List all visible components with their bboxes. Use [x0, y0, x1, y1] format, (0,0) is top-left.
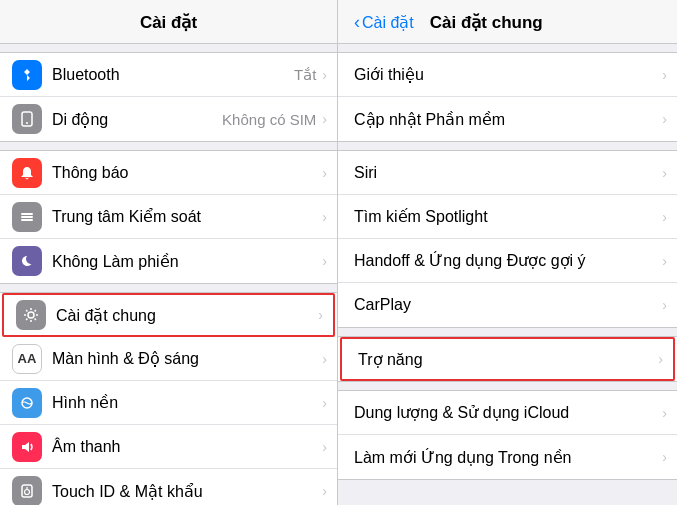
- sidebar-item-touch[interactable]: Touch ID & Mật khẩu ›: [0, 469, 337, 505]
- left-header: Cài đặt: [0, 0, 337, 44]
- sidebar-item-notification[interactable]: Thông báo ›: [0, 151, 337, 195]
- control-icon: [12, 202, 42, 232]
- right-item-background[interactable]: Làm mới Ứng dụng Trong nền ›: [338, 435, 677, 479]
- right-item-carplay[interactable]: CarPlay ›: [338, 283, 677, 327]
- wallpaper-label: Hình nền: [52, 393, 320, 412]
- bluetooth-chevron: ›: [322, 67, 327, 83]
- sound-chevron: ›: [322, 439, 327, 455]
- svg-rect-7: [22, 485, 32, 497]
- svg-point-8: [25, 490, 30, 495]
- notification-label: Thông báo: [52, 164, 320, 182]
- bluetooth-icon: [12, 60, 42, 90]
- svg-rect-4: [21, 219, 33, 221]
- sidebar-item-wallpaper[interactable]: Hình nền ›: [0, 381, 337, 425]
- svg-point-1: [26, 122, 28, 124]
- sidebar-item-general[interactable]: Cài đặt chung ›: [2, 293, 335, 337]
- right-header: ‹ Cài đặt Cài đặt chung: [338, 0, 677, 44]
- control-label: Trung tâm Kiểm soát: [52, 207, 320, 226]
- settings-group-2: Thông báo › Trung tâm Kiểm soát › Không …: [0, 150, 337, 284]
- carplay-label: CarPlay: [354, 296, 660, 314]
- software-label: Cập nhật Phần mềm: [354, 110, 660, 129]
- handoff-chevron: ›: [662, 253, 667, 269]
- spotlight-label: Tìm kiếm Spotlight: [354, 207, 660, 226]
- sound-label: Âm thanh: [52, 438, 320, 456]
- notification-icon: [12, 158, 42, 188]
- about-chevron: ›: [662, 67, 667, 83]
- general-icon: [16, 300, 46, 330]
- display-icon: AA: [12, 344, 42, 374]
- svg-rect-3: [21, 216, 33, 218]
- svg-point-5: [28, 312, 34, 318]
- sound-icon: [12, 432, 42, 462]
- right-item-about[interactable]: Giới thiệu ›: [338, 53, 677, 97]
- right-item-software[interactable]: Cập nhật Phần mềm ›: [338, 97, 677, 141]
- dnd-chevron: ›: [322, 253, 327, 269]
- touch-icon: [12, 476, 42, 505]
- left-panel: Cài đặt Bluetooth Tắt › Di động Không có…: [0, 0, 338, 505]
- dnd-icon: [12, 246, 42, 276]
- icloud-chevron: ›: [662, 405, 667, 421]
- back-label: Cài đặt: [362, 13, 414, 32]
- accessibility-label: Trợ năng: [358, 350, 656, 369]
- sidebar-item-mobile[interactable]: Di động Không có SIM ›: [0, 97, 337, 141]
- siri-label: Siri: [354, 164, 660, 182]
- general-chevron: ›: [318, 307, 323, 323]
- right-item-icloud[interactable]: Dung lượng & Sử dụng iCloud ›: [338, 391, 677, 435]
- sidebar-item-display[interactable]: AA Màn hình & Độ sáng ›: [0, 337, 337, 381]
- notification-chevron: ›: [322, 165, 327, 181]
- right-item-spotlight[interactable]: Tìm kiếm Spotlight ›: [338, 195, 677, 239]
- sidebar-item-sound[interactable]: Âm thanh ›: [0, 425, 337, 469]
- icloud-label: Dung lượng & Sử dụng iCloud: [354, 403, 660, 422]
- right-group-3: Trợ năng ›: [338, 336, 677, 382]
- bluetooth-label: Bluetooth: [52, 66, 294, 84]
- bluetooth-value: Tắt: [294, 66, 316, 84]
- back-chevron-icon: ‹: [354, 12, 360, 33]
- back-button[interactable]: ‹ Cài đặt: [354, 12, 414, 33]
- siri-chevron: ›: [662, 165, 667, 181]
- about-label: Giới thiệu: [354, 65, 660, 84]
- control-chevron: ›: [322, 209, 327, 225]
- wallpaper-chevron: ›: [322, 395, 327, 411]
- touch-label: Touch ID & Mật khẩu: [52, 482, 320, 501]
- right-item-accessibility[interactable]: Trợ năng ›: [340, 337, 675, 381]
- mobile-label: Di động: [52, 110, 222, 129]
- mobile-icon: [12, 104, 42, 134]
- right-panel-title: Cài đặt chung: [430, 12, 543, 33]
- spotlight-chevron: ›: [662, 209, 667, 225]
- accessibility-chevron: ›: [658, 351, 663, 367]
- mobile-value: Không có SIM: [222, 111, 316, 128]
- settings-group-3: Cài đặt chung › AA Màn hình & Độ sáng › …: [0, 292, 337, 505]
- sidebar-item-control[interactable]: Trung tâm Kiểm soát ›: [0, 195, 337, 239]
- svg-rect-2: [21, 213, 33, 215]
- sidebar-item-bluetooth[interactable]: Bluetooth Tắt ›: [0, 53, 337, 97]
- background-chevron: ›: [662, 449, 667, 465]
- mobile-chevron: ›: [322, 111, 327, 127]
- general-label: Cài đặt chung: [56, 306, 316, 325]
- right-group-2: Siri › Tìm kiếm Spotlight › Handoff & Ứn…: [338, 150, 677, 328]
- dnd-label: Không Làm phiền: [52, 252, 320, 271]
- sidebar-item-dnd[interactable]: Không Làm phiền ›: [0, 239, 337, 283]
- right-item-handoff[interactable]: Handoff & Ứng dụng Được gợi ý ›: [338, 239, 677, 283]
- right-panel: ‹ Cài đặt Cài đặt chung Giới thiệu › Cập…: [338, 0, 677, 505]
- handoff-label: Handoff & Ứng dụng Được gợi ý: [354, 251, 660, 270]
- software-chevron: ›: [662, 111, 667, 127]
- background-label: Làm mới Ứng dụng Trong nền: [354, 448, 660, 467]
- wallpaper-icon: [12, 388, 42, 418]
- carplay-chevron: ›: [662, 297, 667, 313]
- touch-chevron: ›: [322, 483, 327, 499]
- right-group-1: Giới thiệu › Cập nhật Phần mềm ›: [338, 52, 677, 142]
- display-label: Màn hình & Độ sáng: [52, 349, 320, 368]
- right-group-4: Dung lượng & Sử dụng iCloud › Làm mới Ứn…: [338, 390, 677, 480]
- left-title: Cài đặt: [140, 13, 197, 32]
- right-item-siri[interactable]: Siri ›: [338, 151, 677, 195]
- settings-group-1: Bluetooth Tắt › Di động Không có SIM ›: [0, 52, 337, 142]
- display-chevron: ›: [322, 351, 327, 367]
